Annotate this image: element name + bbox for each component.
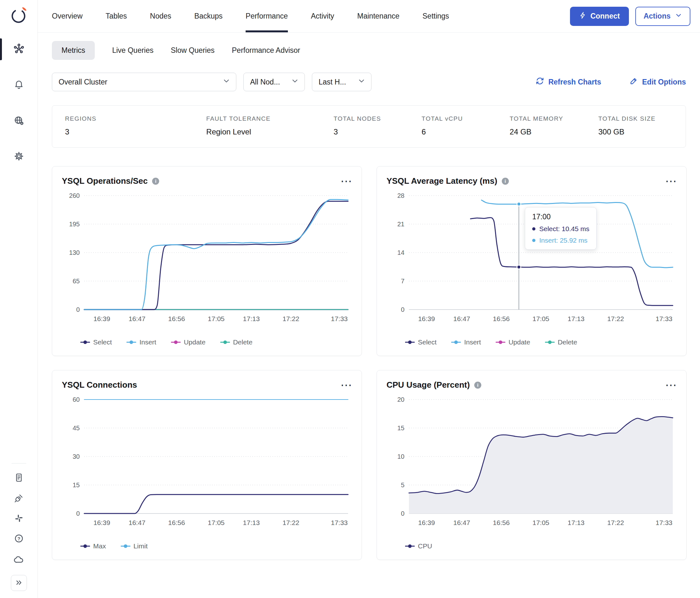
refresh-charts-label: Refresh Charts — [548, 78, 601, 86]
legend-label: Update — [508, 338, 530, 346]
stat-label: TOTAL NODES — [334, 115, 409, 122]
subtab-live-queries[interactable]: Live Queries — [112, 41, 153, 60]
cluster-scope-select[interactable]: Overall Cluster — [52, 73, 236, 91]
svg-text:16:56: 16:56 — [168, 315, 185, 322]
nodes-select[interactable]: All Nod... — [243, 73, 305, 91]
sidebar-item-alerts[interactable] — [0, 74, 38, 96]
tab-performance[interactable]: Performance — [246, 0, 288, 32]
chart-card-ysql-connections: YSQL Connections 01530456016:3916:4716:5… — [52, 370, 362, 560]
subtab-slow-queries[interactable]: Slow Queries — [171, 41, 215, 60]
refresh-icon — [535, 77, 544, 87]
svg-text:0: 0 — [76, 510, 80, 517]
chart-menu-button[interactable] — [665, 382, 677, 388]
legend-item-select[interactable]: Select — [80, 338, 112, 346]
sidebar-item-network[interactable] — [0, 110, 38, 132]
legend-item-insert[interactable]: Insert — [451, 338, 481, 346]
svg-text:17:22: 17:22 — [607, 315, 624, 322]
legend-label: Insert — [464, 338, 481, 346]
stat-total-memory: TOTAL MEMORY 24 GB — [497, 115, 586, 136]
legend-item-max[interactable]: Max — [80, 542, 106, 550]
legend-item-delete[interactable]: Delete — [220, 338, 253, 346]
legend-item-update[interactable]: Update — [496, 338, 530, 346]
sidebar-item-cluster[interactable] — [0, 38, 38, 60]
select-dot-icon — [532, 227, 535, 231]
slack-icon[interactable] — [14, 514, 24, 524]
edit-options-button[interactable]: Edit Options — [629, 77, 686, 87]
tab-settings[interactable]: Settings — [422, 0, 449, 32]
svg-text:17:13: 17:13 — [568, 315, 585, 322]
chart-menu-button[interactable] — [341, 382, 352, 388]
tab-backups[interactable]: Backups — [194, 0, 223, 32]
svg-text:15: 15 — [397, 424, 404, 432]
svg-text:5: 5 — [401, 482, 404, 489]
cpu-usage-chart[interactable]: 0510152016:3916:4716:5617:0517:1317:2217… — [386, 394, 677, 540]
chevron-down-icon — [358, 77, 365, 87]
svg-text:130: 130 — [69, 249, 80, 256]
legend-item-update[interactable]: Update — [171, 338, 206, 346]
cloud-icon[interactable] — [14, 554, 24, 566]
ysql-connections-chart[interactable]: 01530456016:3916:4716:5617:0517:1317:221… — [62, 394, 352, 540]
subtab-metrics[interactable]: Metrics — [52, 41, 95, 60]
gear-icon — [14, 151, 24, 163]
ysql-latency-chart[interactable]: 0714212816:3916:4716:5617:0517:1317:2217… — [386, 190, 677, 336]
stat-value: 24 GB — [510, 127, 586, 136]
legend-item-insert[interactable]: Insert — [126, 338, 156, 346]
svg-text:0: 0 — [401, 510, 404, 517]
legend-item-delete[interactable]: Delete — [545, 338, 577, 346]
cluster-tabs: Overview Tables Nodes Backups Performanc… — [52, 0, 449, 32]
stat-total-vcpu: TOTAL vCPU 6 — [409, 115, 497, 136]
svg-text:0: 0 — [401, 306, 404, 313]
legend-item-limit[interactable]: Limit — [121, 542, 148, 550]
svg-text:16:56: 16:56 — [493, 315, 510, 322]
tab-tables[interactable]: Tables — [106, 0, 127, 32]
tooltip-row-select: Select: 10.45 ms — [532, 225, 589, 233]
stat-value: 300 GB — [598, 127, 685, 136]
chart-menu-button[interactable] — [665, 178, 677, 184]
connect-button[interactable]: Connect — [570, 7, 629, 26]
svg-text:16:39: 16:39 — [94, 519, 110, 526]
insert-dot-icon — [532, 239, 535, 242]
cluster-stats-bar: REGIONS 3 FAULT TOLERANCE Region Level T… — [52, 105, 686, 148]
tab-overview[interactable]: Overview — [52, 0, 83, 32]
svg-text:16:47: 16:47 — [453, 315, 470, 322]
ysql-operations-chart[interactable]: 06513019526016:3916:4716:5617:0517:1317:… — [62, 190, 352, 336]
refresh-charts-button[interactable]: Refresh Charts — [535, 77, 601, 87]
help-icon[interactable]: ? — [14, 533, 24, 545]
stat-value: 3 — [334, 127, 409, 136]
svg-text:15: 15 — [73, 482, 80, 489]
tab-nodes[interactable]: Nodes — [150, 0, 171, 32]
legend-item-select[interactable]: Select — [405, 338, 436, 346]
yugabyte-logo[interactable] — [9, 4, 29, 26]
info-icon[interactable] — [474, 382, 481, 389]
chart-menu-button[interactable] — [341, 178, 352, 184]
actions-button[interactable]: Actions — [635, 7, 691, 26]
info-icon[interactable] — [502, 178, 509, 185]
svg-text:7: 7 — [401, 278, 404, 285]
connect-label: Connect — [591, 12, 620, 21]
tab-activity[interactable]: Activity — [311, 0, 334, 32]
svg-text:260: 260 — [69, 192, 80, 199]
stat-value: Region Level — [206, 127, 321, 136]
bell-icon — [14, 79, 24, 91]
stat-regions: REGIONS 3 — [52, 115, 194, 136]
charts-grid: YSQL Operations/Sec 06513019526016:3916:… — [52, 166, 686, 560]
sidebar-item-settings[interactable] — [0, 146, 38, 168]
legend-item-cpu[interactable]: CPU — [405, 542, 432, 550]
tab-maintenance[interactable]: Maintenance — [357, 0, 400, 32]
info-icon[interactable] — [152, 178, 159, 185]
stat-label: TOTAL vCPU — [422, 115, 497, 122]
docs-icon[interactable] — [14, 472, 24, 484]
cluster-scope-value: Overall Cluster — [58, 78, 107, 86]
svg-text:16:39: 16:39 — [418, 519, 435, 526]
time-range-select[interactable]: Last H... — [312, 73, 372, 91]
nodes-value: All Nod... — [250, 78, 280, 86]
svg-text:16:47: 16:47 — [129, 315, 146, 322]
chart-card-ysql-operations: YSQL Operations/Sec 06513019526016:3916:… — [52, 166, 362, 356]
svg-text:45: 45 — [73, 424, 80, 432]
main-area: Overview Tables Nodes Backups Performanc… — [38, 0, 700, 598]
subtab-performance-advisor[interactable]: Performance Advisor — [232, 41, 300, 60]
sidebar-expand-button[interactable] — [11, 575, 27, 591]
integrations-plug-icon[interactable] — [14, 493, 24, 504]
legend-label: Max — [93, 542, 106, 550]
globe-gear-icon — [14, 115, 24, 127]
